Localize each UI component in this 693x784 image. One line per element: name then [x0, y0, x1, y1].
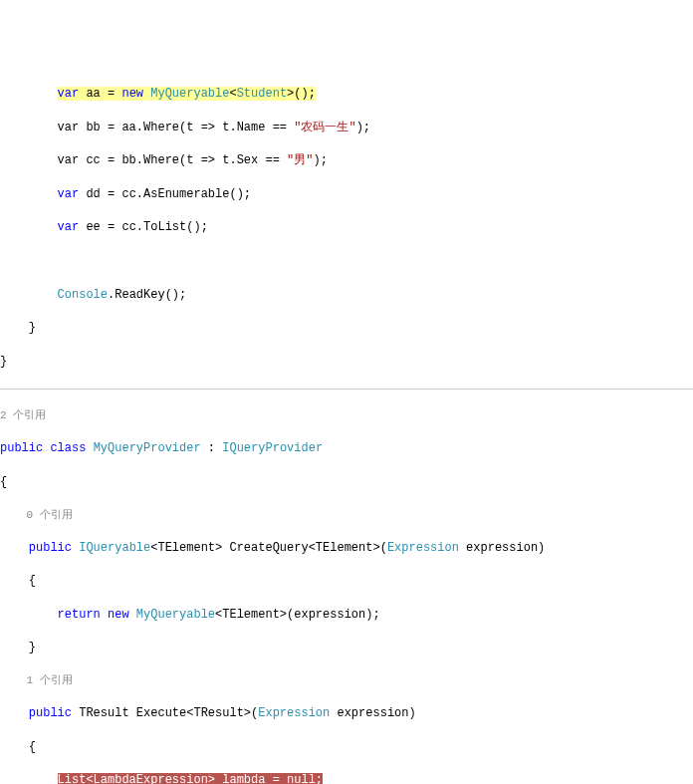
highlighted-code-red: List<LambdaExpression> lambda = null; — [58, 773, 323, 784]
code-editor: var aa = new MyQueryable<Student>(); var… — [0, 67, 693, 784]
code-line: var cc = bb.Where(t => t.Sex == "男"); — [0, 152, 693, 169]
separator — [0, 389, 693, 390]
code-line: public IQueryable<TElement> CreateQuery<… — [0, 540, 693, 557]
code-line: } — [0, 640, 693, 656]
code-line: return new MyQueryable<TElement>(express… — [0, 607, 693, 624]
code-line: } — [0, 354, 693, 371]
reference-count[interactable]: 0 个引用 — [0, 508, 693, 523]
code-line: } — [0, 320, 693, 337]
code-line: { — [0, 573, 693, 590]
reference-count[interactable]: 1 个引用 — [0, 673, 693, 688]
code-line: var dd = cc.AsEnumerable(); — [0, 186, 693, 203]
code-line: public TResult Execute<TResult>(Expressi… — [0, 705, 693, 722]
code-line: { — [0, 739, 693, 756]
code-line: public class MyQueryProvider : IQueryPro… — [0, 440, 693, 457]
code-line: var ee = cc.ToList(); — [0, 219, 693, 236]
code-line: var bb = aa.Where(t => t.Name == "农码一生")… — [0, 120, 693, 136]
code-line — [0, 253, 693, 270]
highlighted-code: var aa = new MyQueryable<Student>(); — [58, 87, 316, 101]
code-line: var aa = new MyQueryable<Student>(); — [0, 86, 693, 103]
code-line: Console.ReadKey(); — [0, 287, 693, 304]
code-line: { — [0, 474, 693, 491]
reference-count[interactable]: 2 个引用 — [0, 408, 693, 423]
code-line: List<LambdaExpression> lambda = null; — [0, 772, 693, 784]
